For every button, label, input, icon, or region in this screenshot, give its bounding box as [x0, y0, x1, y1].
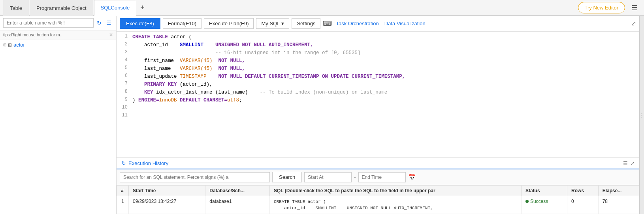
chevron-down-icon: ▾: [281, 21, 284, 26]
execution-history-menu-icon[interactable]: ☰: [623, 160, 628, 166]
code-line-6: 6 last_update TIMESTAMP NOT NULL DEFAULT…: [117, 73, 639, 81]
tree-item-label: actor: [13, 42, 25, 48]
expand-editor-icon[interactable]: ⤢: [631, 20, 636, 27]
start-at-input[interactable]: [304, 172, 352, 182]
close-tip-button[interactable]: ✕: [109, 32, 113, 38]
keyboard-icon[interactable]: ⌨: [323, 20, 332, 27]
row-rows: 0: [567, 196, 599, 214]
sidebar-tip-text: tips:Right mouse button for m...: [3, 32, 64, 37]
execution-history-refresh-icon[interactable]: ↻: [121, 160, 126, 166]
execution-history-search-bar: Search - 📅: [117, 169, 639, 185]
status-dot-icon: [525, 200, 529, 203]
data-visualization-button[interactable]: Data Visualization: [383, 19, 427, 28]
results-table-container: # Start Time Database/Sch... SQL (Double…: [117, 185, 639, 214]
hamburger-menu-icon[interactable]: ☰: [628, 2, 641, 14]
tab-sql-console[interactable]: SQLConsole: [94, 0, 137, 16]
tab-programmable-label: Programmable Object: [36, 5, 86, 11]
table-row[interactable]: 1 09/29/2023 13:42:27 database1 CREATE T…: [117, 196, 639, 214]
execution-history-expand-icon[interactable]: ⤢: [630, 160, 635, 166]
results-table: # Start Time Database/Sch... SQL (Double…: [117, 185, 639, 214]
row-num: 1: [117, 196, 129, 214]
sql-search-button[interactable]: Search: [272, 172, 302, 182]
editor-area: Execute(F8) Format(F10) Execute Plan(F9)…: [117, 16, 639, 214]
status-badge: Success: [525, 199, 563, 204]
date-range-separator: -: [354, 174, 356, 180]
col-status: Status: [521, 186, 567, 196]
code-line-9: 9 ) ENGINE=InnoDB DEFAULT CHARSET=utf8;: [117, 96, 639, 104]
execution-history-header: ↻ Execution History ☰ ⤢: [117, 158, 639, 169]
tab-bar: Table Programmable Object SQLConsole + T…: [0, 0, 644, 16]
row-elapsed: 78: [598, 196, 639, 214]
right-resize-handle[interactable]: ⋮: [639, 16, 644, 214]
code-line-1: 1 CREATE TABLE actor (: [117, 33, 639, 41]
sidebar-search-bar: ↻ ☰: [0, 16, 116, 30]
table-header-row: # Start Time Database/Sch... SQL (Double…: [117, 186, 639, 196]
code-line-8: 8 KEY idx_actor_last_name (last_name) --…: [117, 88, 639, 96]
calendar-icon[interactable]: 📅: [408, 173, 416, 181]
tab-table[interactable]: Table: [3, 0, 29, 16]
col-database: Database/Sch...: [205, 186, 270, 196]
settings-button[interactable]: Settings: [292, 18, 320, 29]
new-tab-button[interactable]: +: [137, 4, 148, 12]
sidebar: ↻ ☰ tips:Right mouse button for m... ✕ ⊞…: [0, 16, 117, 214]
my-sql-dropdown[interactable]: My SQL ▾: [256, 18, 289, 29]
code-line-4: 4 first_name VARCHAR(45) NOT NULL,: [117, 57, 639, 65]
refresh-icon[interactable]: ↻: [95, 19, 103, 27]
sidebar-tip: tips:Right mouse button for m... ✕: [0, 30, 116, 39]
code-editor[interactable]: 1 CREATE TABLE actor ( 2 actor_id SMALLI…: [117, 32, 639, 157]
code-line-10: 10: [117, 104, 639, 112]
code-line-11: 11: [117, 112, 639, 120]
row-sql[interactable]: CREATE TABLE actor ( actor_id SMALLINT U…: [269, 196, 521, 214]
tree-item-actor[interactable]: ⊞ ⊞ actor: [3, 42, 113, 48]
row-status: Success: [521, 196, 567, 214]
execute-plan-button[interactable]: Execute Plan(F9): [204, 18, 254, 29]
tab-table-label: Table: [10, 5, 22, 11]
table-icon: ⊞: [8, 42, 12, 48]
my-sql-label: My SQL: [261, 21, 280, 26]
col-sql: SQL (Double-click the SQL to paste the S…: [269, 186, 521, 196]
tab-sql-label: SQLConsole: [101, 5, 130, 11]
execute-button[interactable]: Execute(F8): [120, 18, 160, 29]
sql-search-input[interactable]: [120, 172, 270, 182]
row-start-time: 09/29/2023 13:42:27: [129, 196, 205, 214]
list-icon[interactable]: ☰: [105, 19, 113, 27]
format-button[interactable]: Format(F10): [163, 18, 201, 29]
row-database: database1: [205, 196, 270, 214]
col-rows: Rows: [567, 186, 599, 196]
col-num: #: [117, 186, 129, 196]
end-time-input[interactable]: [358, 172, 406, 182]
execution-history-title: Execution History: [128, 160, 168, 166]
code-line-7: 7 PRIMARY KEY (actor_id),: [117, 81, 639, 88]
main-container: ↻ ☰ tips:Right mouse button for m... ✕ ⊞…: [0, 16, 644, 214]
code-line-3: 3 -- 16-bit unsigned int in the range of…: [117, 49, 639, 57]
toolbar: Execute(F8) Format(F10) Execute Plan(F9)…: [117, 16, 639, 32]
code-line-2: 2 actor_id SMALLINT UNSIGNED NOT NULL AU…: [117, 41, 639, 49]
task-orchestration-button[interactable]: Task Orchestration: [334, 19, 380, 28]
try-new-editor-button[interactable]: Try New Editor: [578, 2, 625, 13]
bottom-panel: ↻ Execution History ☰ ⤢ Search - 📅: [117, 157, 639, 214]
tab-programmable-object[interactable]: Programmable Object: [30, 0, 93, 16]
table-search-input[interactable]: [3, 18, 94, 28]
col-elapsed: Elapse...: [598, 186, 639, 196]
col-start-time: Start Time: [129, 186, 205, 196]
sidebar-tree: ⊞ ⊞ actor: [0, 39, 116, 50]
code-line-5: 5 last_name VARCHAR(45) NOT NULL,: [117, 65, 639, 73]
tree-expand-icon: ⊞: [3, 43, 6, 47]
